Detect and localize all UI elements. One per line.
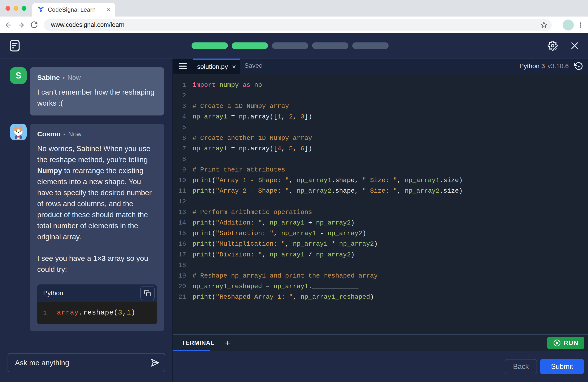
message-paragraph-2: I see you have a 1×3 array so you could …	[37, 253, 157, 275]
file-menu-icon[interactable]	[173, 59, 193, 74]
chat-input-container	[8, 353, 165, 372]
code-line[interactable]: 12	[173, 196, 588, 207]
progress-segment-5	[352, 42, 389, 49]
copy-code-button[interactable]	[140, 286, 155, 300]
save-status: Saved	[244, 59, 263, 73]
window-minimize-button[interactable]	[14, 6, 18, 11]
editor-tab-strip: solution.py × Saved Python 3 v3.10.6	[173, 59, 588, 74]
code-line[interactable]: 13# Perform arithmetic operations	[173, 207, 588, 217]
message-author: Sabine	[37, 74, 60, 81]
run-button[interactable]: RUN	[547, 337, 584, 349]
chat-input[interactable]	[8, 359, 148, 367]
back-button[interactable]: Back	[505, 359, 537, 374]
runtime-name: Python 3	[520, 62, 545, 70]
cosmo-avatar	[10, 124, 27, 140]
message-separator: •	[63, 74, 64, 81]
traffic-lights	[5, 6, 26, 11]
code-line[interactable]: 5	[173, 122, 588, 133]
lesson-progress-bar	[191, 42, 389, 49]
chat-message-sabine: S Sabine • Now I can’t remember how the …	[0, 67, 172, 116]
browser-tab-title: CodeSignal Learn	[48, 6, 104, 13]
code-line[interactable]: 11print("Array 2 - Shape: ", np_array2.s…	[173, 186, 588, 196]
message-separator: •	[63, 131, 65, 138]
browser-tab-strip: CodeSignal Learn ×	[0, 0, 588, 17]
file-tab-close-icon[interactable]: ×	[232, 63, 236, 70]
file-tab-name: solution.py	[197, 63, 228, 70]
message-paragraph-1: No worries, Sabine! When you use the res…	[37, 143, 157, 242]
chat-panel: S Sabine • Now I can’t remember how the …	[0, 59, 173, 382]
forward-icon[interactable]	[15, 19, 28, 31]
code-line[interactable]: 21print("Reshaped Array 1: ", np_array1_…	[173, 292, 588, 302]
code-line[interactable]: 14print("Addition: ", np_array1 + np_arr…	[173, 217, 588, 228]
code-line[interactable]: 1import numpy as np	[173, 80, 588, 90]
browser-toolbar: www.codesignal.com/learn	[0, 17, 588, 33]
progress-segment-2	[232, 42, 268, 49]
submit-button[interactable]: Submit	[540, 359, 584, 374]
code-language-label: Python	[43, 289, 63, 297]
code-line[interactable]: 6# Create another 1D Numpy array	[173, 133, 588, 143]
browser-profile-avatar[interactable]	[563, 20, 574, 31]
code-line[interactable]: 4np_array1 = np.array([1, 2, 3])	[173, 112, 588, 122]
code-line[interactable]: 16print("Multiplication: ", np_array1 * …	[173, 239, 588, 249]
code-line[interactable]: 15print("Subtraction: ", np_array1 - np_…	[173, 228, 588, 239]
browser-menu-icon[interactable]	[577, 21, 584, 28]
chat-message-cosmo: Cosmo • Now No worries, Sabine! When you…	[0, 124, 172, 331]
tab-solution-py[interactable]: solution.py ×	[193, 59, 240, 74]
code-line[interactable]: 7np_array1 = np.array([4, 5, 6])	[173, 143, 588, 154]
code-line[interactable]: 9# Print their attributes	[173, 165, 588, 175]
window-close-button[interactable]	[5, 6, 10, 11]
toolbar-divider	[558, 20, 558, 30]
reload-icon[interactable]	[28, 19, 41, 31]
add-terminal-icon[interactable]: +	[225, 338, 230, 348]
editor-panel: solution.py × Saved Python 3 v3.10.6 1im…	[173, 59, 588, 382]
code-line[interactable]: 10print("Array 1 - Shape: ", np_array1.s…	[173, 175, 588, 186]
settings-gear-icon[interactable]	[546, 39, 559, 52]
tab-terminal[interactable]: TERMINAL	[181, 340, 214, 347]
cosmo-message-card: Cosmo • Now No worries, Sabine! When you…	[30, 124, 164, 331]
codesignal-logo-icon	[37, 6, 44, 13]
codesignal-app: S Sabine • Now I can’t remember how the …	[0, 33, 588, 382]
progress-segment-4	[312, 42, 348, 49]
url-bar[interactable]: www.codesignal.com/learn	[44, 19, 552, 31]
action-bar: Back Submit	[173, 351, 588, 382]
runtime-version: v3.10.6	[547, 62, 569, 70]
close-lesson-icon[interactable]	[568, 39, 581, 52]
message-time: Now	[68, 130, 82, 138]
progress-segment-1	[191, 42, 228, 49]
message-text: I can’t remember how the reshaping works…	[37, 86, 157, 109]
code-line[interactable]: 20np_array1_reshaped = np_array1._______…	[173, 281, 588, 292]
terminal-active-indicator	[173, 350, 210, 351]
message-author: Cosmo	[37, 130, 61, 138]
bookmark-star-icon[interactable]	[540, 21, 547, 29]
code-line[interactable]: 8	[173, 154, 588, 164]
code-line[interactable]: 18	[173, 260, 588, 270]
message-time: Now	[67, 74, 81, 81]
window-zoom-button[interactable]	[21, 6, 26, 11]
code-line[interactable]: 3# Create a 1D Numpy array	[173, 101, 588, 111]
code-snippet: array.reshape(3,1)	[57, 309, 136, 317]
code-editor[interactable]: 1import numpy as np23# Create a 1D Numpy…	[173, 74, 588, 334]
code-line[interactable]: 19# Reshape np_array1 and print the resh…	[173, 270, 588, 281]
notes-icon[interactable]	[8, 38, 21, 53]
sabine-message-card: Sabine • Now I can’t remember how the re…	[30, 67, 164, 116]
code-line[interactable]: 2	[173, 90, 588, 101]
code-line[interactable]: 17print("Division: ", np_array1 / np_arr…	[173, 249, 588, 260]
chat-code-block: Python 1 array.reshape(3,1)	[37, 284, 157, 324]
back-icon[interactable]	[2, 19, 15, 31]
reset-code-icon[interactable]	[573, 61, 584, 71]
code-line-number: 1	[43, 309, 47, 316]
url-text: www.codesignal.com/learn	[51, 21, 540, 28]
tab-close-icon[interactable]: ×	[107, 6, 110, 13]
sabine-avatar: S	[10, 67, 27, 84]
send-message-icon[interactable]	[148, 355, 162, 370]
progress-segment-3	[272, 42, 308, 49]
app-header	[0, 33, 588, 59]
browser-tab[interactable]: CodeSignal Learn ×	[32, 3, 115, 17]
terminal-bar: TERMINAL + RUN	[173, 334, 588, 351]
